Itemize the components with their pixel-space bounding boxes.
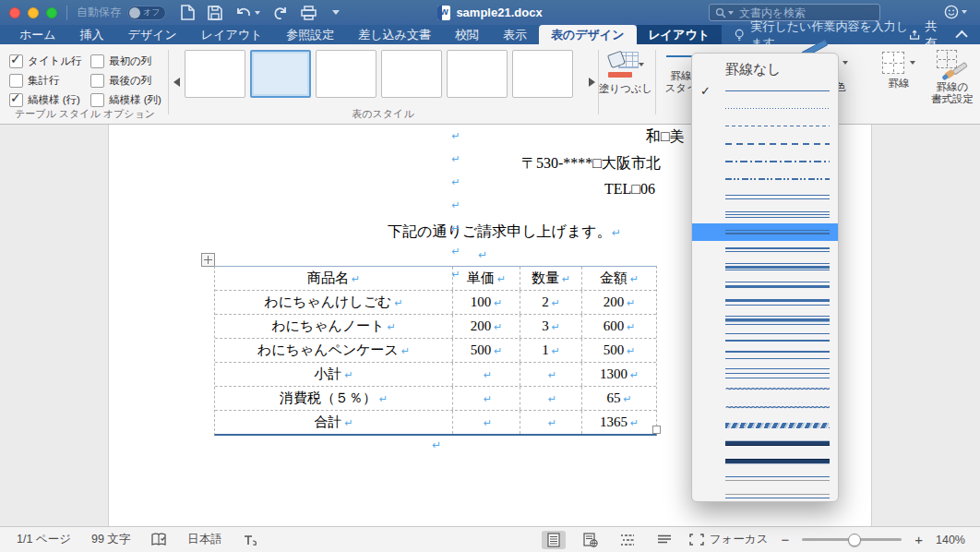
intro-line[interactable]: 下記の通りご請求申し上げます。↵ <box>388 222 621 242</box>
ribbon-tab[interactable]: 参照設定 <box>274 25 346 44</box>
unit-price-cell[interactable] <box>453 363 520 386</box>
zoom-out-button[interactable]: − <box>781 532 789 547</box>
border-style-menu-item[interactable] <box>692 206 838 223</box>
border-style-menu-item[interactable] <box>692 365 838 382</box>
quantity-cell[interactable]: 2 <box>520 291 582 314</box>
border-style-menu-item[interactable] <box>692 100 838 117</box>
border-style-menu-item[interactable] <box>692 417 838 435</box>
table-row[interactable]: わにちゃんノート 200 3 600 <box>215 315 656 339</box>
zoom-slider[interactable] <box>802 538 902 541</box>
item-name-cell[interactable]: わにちゃんノート <box>215 315 453 338</box>
ribbon-tab[interactable]: ホーム <box>7 25 68 44</box>
quantity-cell[interactable]: 1 <box>520 339 582 362</box>
autosave-toggle[interactable]: オフ <box>127 6 166 20</box>
sender-tel-line[interactable]: TEL□06 <box>604 181 655 198</box>
borders-button[interactable]: 罫線 <box>873 52 925 90</box>
table-move-handle[interactable] <box>201 253 215 267</box>
unit-price-cell[interactable] <box>453 387 520 410</box>
unit-price-cell[interactable]: 500 <box>453 339 520 362</box>
ribbon-tab[interactable]: 表のデザイン <box>539 25 637 44</box>
save-icon[interactable] <box>208 6 222 20</box>
amount-cell[interactable]: 65 <box>582 387 656 410</box>
border-style-menu-item[interactable] <box>692 329 838 346</box>
unit-price-cell[interactable]: 200 <box>453 315 520 338</box>
header-cell[interactable]: 商品名 <box>215 267 453 290</box>
border-style-menu-item[interactable] <box>692 117 838 135</box>
table-row[interactable]: わにちゃんペンケース 500 1 500 <box>215 339 656 363</box>
border-style-menu-item[interactable] <box>692 82 838 100</box>
border-style-menu-item[interactable] <box>692 435 838 452</box>
focus-mode-button[interactable]: フォーカス <box>689 532 769 547</box>
border-style-menu-item[interactable] <box>692 152 838 170</box>
menu-item-no-border[interactable]: 罫線なし <box>692 58 838 82</box>
feedback-smiley-icon[interactable] <box>944 5 967 19</box>
table-style-thumbnail[interactable] <box>512 50 573 98</box>
language-status[interactable]: 日本語 <box>187 532 222 547</box>
shading-button[interactable]: 塗りつぶし <box>602 52 650 95</box>
zoom-percentage[interactable]: 140% <box>936 534 965 546</box>
item-name-cell[interactable]: わにちゃんペンケース <box>215 339 453 362</box>
zoom-in-button[interactable]: + <box>914 532 923 547</box>
gallery-scroll-right-icon[interactable] <box>589 78 595 87</box>
redo-icon[interactable] <box>273 6 288 20</box>
border-style-menu-item[interactable] <box>692 311 838 329</box>
proofing-icon[interactable] <box>150 533 167 546</box>
table-row[interactable]: 合計 1365 <box>215 411 656 434</box>
amount-cell[interactable]: 600 <box>582 315 656 338</box>
border-style-menu-item[interactable] <box>692 241 838 258</box>
print-layout-view-button[interactable] <box>542 531 566 549</box>
table-row[interactable]: わにちゃんけしごむ 100 2 200 <box>215 291 656 315</box>
ribbon-tab[interactable]: 表示 <box>491 25 539 44</box>
quantity-cell[interactable]: 3 <box>520 315 582 338</box>
border-style-menu-item[interactable] <box>692 470 838 487</box>
table-row[interactable]: 消費税（５％） 65 <box>215 387 656 411</box>
undo-icon[interactable] <box>235 6 260 19</box>
quantity-cell[interactable] <box>520 411 582 434</box>
style-option-checkbox[interactable]: 最後の列 <box>90 74 172 88</box>
border-style-menu-item[interactable] <box>692 188 838 206</box>
sender-address-line[interactable]: 〒530-****□大阪市北 <box>521 154 661 174</box>
page-count[interactable]: 1/1 ページ <box>17 532 71 547</box>
amount-cell[interactable]: 200 <box>582 291 656 314</box>
quantity-cell[interactable] <box>520 387 582 410</box>
border-style-menu-item[interactable] <box>692 452 838 470</box>
border-style-menu-item[interactable] <box>692 135 838 152</box>
border-style-menu-item[interactable] <box>692 294 838 311</box>
shading-dropdown-caret[interactable] <box>639 63 644 66</box>
sender-name-line[interactable]: 和□美 <box>646 127 685 147</box>
border-style-menu-item[interactable] <box>692 276 838 294</box>
style-option-checkbox[interactable]: 縞模様 (行) <box>9 93 90 107</box>
table-style-thumbnail[interactable] <box>381 50 442 98</box>
close-window-button[interactable] <box>9 7 20 18</box>
border-painter-button[interactable]: 罫線の書式設定 <box>928 50 976 105</box>
quantity-cell[interactable] <box>520 363 582 386</box>
item-name-cell[interactable]: わにちゃんけしごむ <box>215 291 453 314</box>
style-option-checkbox[interactable]: 最初の列 <box>90 54 172 68</box>
web-layout-view-button[interactable] <box>579 531 603 549</box>
border-style-menu-item[interactable] <box>692 170 838 187</box>
ribbon-tab[interactable]: レイアウト <box>189 25 275 44</box>
search-scope-caret[interactable] <box>728 11 734 15</box>
border-style-menu-item[interactable] <box>692 223 838 241</box>
invoice-table[interactable]: 商品名 単価 数量 金額 わにちゃんけしごむ 100 2 200 わにちゃんノー… <box>214 266 657 436</box>
amount-cell[interactable]: 1365 <box>582 411 656 434</box>
amount-cell[interactable]: 500 <box>582 339 656 362</box>
zoom-window-button[interactable] <box>46 7 57 18</box>
ribbon-tab[interactable]: 差し込み文書 <box>346 25 443 44</box>
border-style-menu-item[interactable] <box>692 487 838 505</box>
border-style-menu-item[interactable] <box>692 258 838 276</box>
text-replace-icon[interactable] <box>243 533 257 547</box>
style-option-checkbox[interactable]: 集計行 <box>9 74 90 88</box>
pen-color-dropdown-caret[interactable] <box>843 61 848 65</box>
header-cell[interactable]: 数量 <box>520 267 582 290</box>
item-name-cell[interactable]: 消費税（５％） <box>215 387 453 410</box>
word-count[interactable]: 99 文字 <box>91 532 130 547</box>
table-resize-handle[interactable] <box>652 426 661 434</box>
item-name-cell[interactable]: 合計 <box>215 411 453 434</box>
table-style-thumbnail[interactable] <box>185 50 245 98</box>
undo-dropdown-caret[interactable] <box>255 11 260 15</box>
amount-cell[interactable]: 1300 <box>582 363 656 386</box>
minimize-window-button[interactable] <box>28 7 39 18</box>
outline-view-button[interactable] <box>615 531 639 549</box>
gallery-scroll-left-icon[interactable] <box>173 78 180 87</box>
